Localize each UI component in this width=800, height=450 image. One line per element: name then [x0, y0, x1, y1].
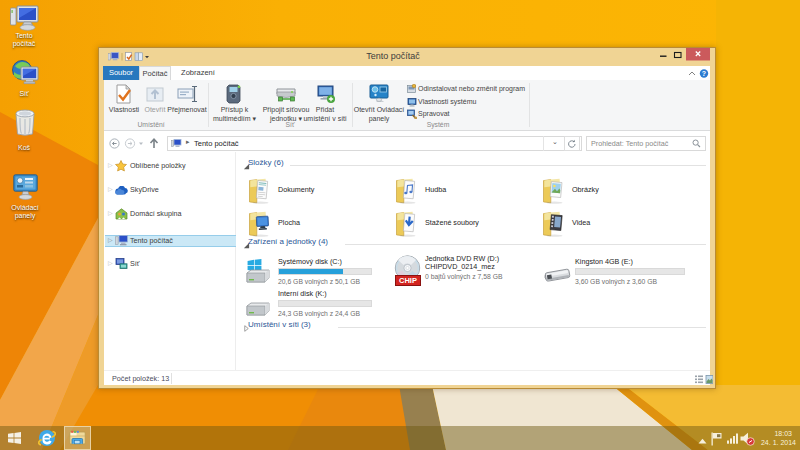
svg-text:?: ?: [702, 70, 706, 77]
